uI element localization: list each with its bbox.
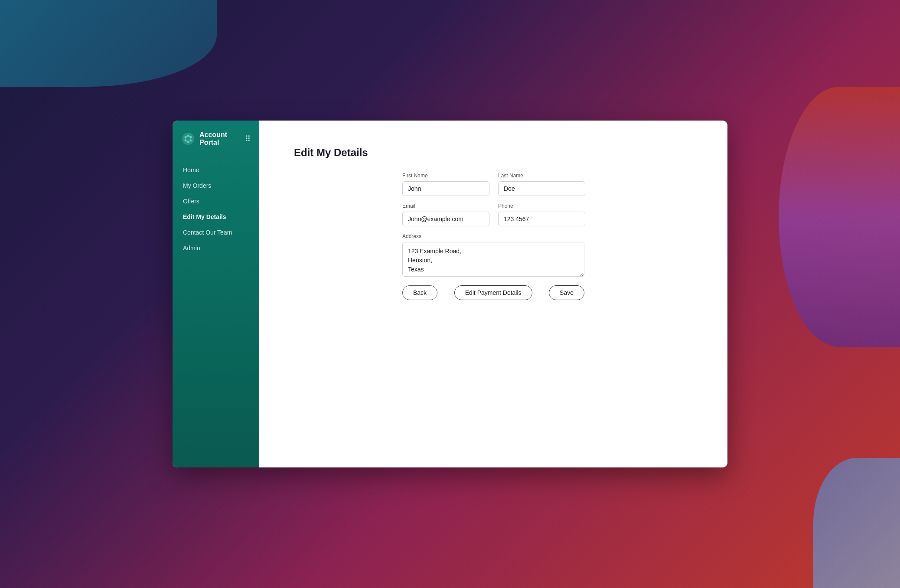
sidebar-nav: Home My Orders Offers Edit My Details Co… [173, 157, 259, 467]
email-label: Email [402, 203, 489, 209]
button-row: Back Edit Payment Details Save [402, 285, 584, 300]
last-name-input[interactable] [498, 181, 585, 196]
last-name-label: Last Name [498, 173, 585, 179]
save-button[interactable]: Save [549, 285, 584, 300]
svg-point-0 [182, 133, 194, 145]
contact-row: Email Phone [402, 203, 584, 226]
sidebar-item-my-orders[interactable]: My Orders [173, 178, 259, 193]
sidebar: Account Portal ⠿ Home My Orders Offers E… [173, 121, 259, 467]
sidebar-item-edit-my-details[interactable]: Edit My Details [173, 209, 259, 225]
edit-payment-button[interactable]: Edit Payment Details [454, 285, 532, 300]
name-row: First Name Last Name [402, 173, 584, 196]
phone-input[interactable] [498, 212, 585, 226]
back-button[interactable]: Back [402, 285, 437, 300]
address-group: Address 123 Example Road, Heuston, Texas [402, 233, 584, 277]
sidebar-header: Account Portal ⠿ [173, 121, 259, 157]
main-content: Edit My Details First Name Last Name Ema… [259, 121, 727, 467]
first-name-group: First Name [402, 173, 489, 196]
email-group: Email [402, 203, 489, 226]
page-title: Edit My Details [294, 147, 693, 159]
address-label: Address [402, 233, 584, 239]
grid-icon[interactable]: ⠿ [245, 134, 251, 144]
phone-group: Phone [498, 203, 585, 226]
first-name-label: First Name [402, 173, 489, 179]
sidebar-item-contact-our-team[interactable]: Contact Our Team [173, 225, 259, 240]
edit-details-form: First Name Last Name Email Phone [402, 173, 584, 300]
app-window: Account Portal ⠿ Home My Orders Offers E… [173, 121, 727, 467]
address-textarea[interactable]: 123 Example Road, Heuston, Texas [402, 242, 584, 277]
sidebar-item-home[interactable]: Home [173, 162, 259, 178]
first-name-input[interactable] [402, 181, 489, 196]
phone-label: Phone [498, 203, 585, 209]
sidebar-item-offers[interactable]: Offers [173, 193, 259, 209]
last-name-group: Last Name [498, 173, 585, 196]
sidebar-item-admin[interactable]: Admin [173, 240, 259, 256]
email-input[interactable] [402, 212, 489, 226]
logo-icon [181, 132, 195, 146]
app-title: Account Portal [199, 131, 241, 147]
